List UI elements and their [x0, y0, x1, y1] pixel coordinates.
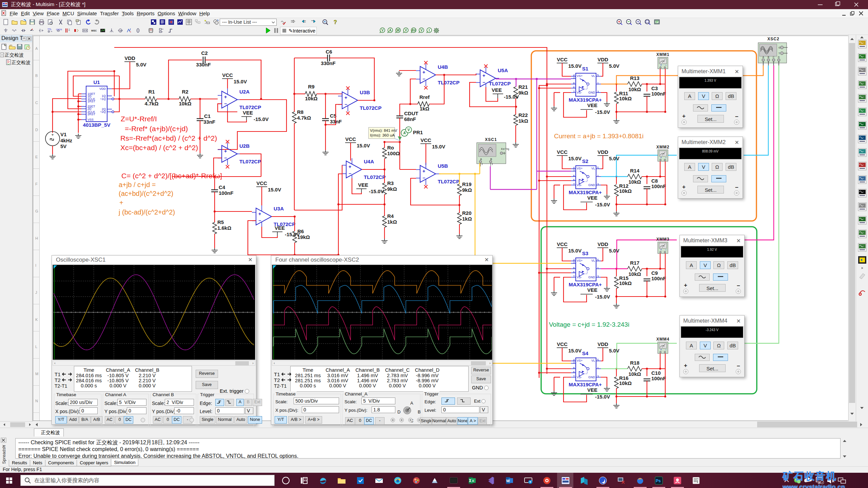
svg-text:W: W	[506, 479, 510, 483]
svg-text:VCC: VCC	[557, 241, 568, 247]
svg-text:4.7kΩ: 4.7kΩ	[144, 101, 158, 106]
svg-text:+: +	[660, 156, 662, 159]
svg-text:VEE: VEE	[275, 225, 285, 231]
svg-text:VCC: VCC	[557, 341, 568, 347]
svg-text:?: ?	[334, 19, 337, 25]
svg-text:VDD: VDD	[597, 57, 608, 62]
svg-text:100nF: 100nF	[651, 375, 666, 381]
svg-text:3: 3	[597, 375, 599, 378]
svg-text:3: 3	[597, 90, 599, 94]
svg-text:+: +	[224, 148, 227, 154]
svg-text:GND: GND	[588, 183, 595, 187]
svg-text:X: X	[472, 479, 474, 483]
svg-text:VL: VL	[591, 359, 595, 362]
svg-text:−: −	[665, 63, 667, 67]
svg-text:R9: R9	[308, 84, 314, 89]
svg-text:VEE: VEE	[492, 87, 502, 93]
svg-text:U4B: U4B	[438, 64, 448, 70]
svg-text:D: D	[778, 56, 780, 58]
svg-text:VEE: VEE	[587, 195, 597, 201]
svg-text:10kΩ: 10kΩ	[628, 179, 641, 185]
svg-text:9kΩ: 9kΩ	[387, 186, 397, 192]
svg-text:−: −	[422, 76, 425, 82]
svg-text:5.0V: 5.0V	[609, 348, 619, 353]
svg-text:I(rms): 360 uA: I(rms): 360 uA	[370, 133, 395, 137]
svg-text:10kΩ: 10kΩ	[619, 380, 632, 386]
svg-text:7: 7	[573, 375, 575, 378]
svg-text:S1: S1	[582, 66, 588, 72]
svg-text:-15.0V: -15.0V	[595, 294, 610, 300]
svg-text:7: 7	[573, 275, 575, 278]
svg-text:V: V	[408, 128, 410, 132]
svg-text:U3B: U3B	[360, 89, 370, 95]
svg-text:U5A: U5A	[498, 67, 508, 73]
svg-text:C9: C9	[651, 270, 658, 276]
svg-text:1: 1	[597, 366, 599, 370]
svg-text:R2: R2	[182, 89, 188, 95]
svg-text:M: M	[120, 29, 122, 32]
svg-text:10kΩ: 10kΩ	[305, 96, 317, 101]
svg-text:W: W	[396, 28, 400, 32]
svg-text:R20: R20	[462, 210, 472, 216]
svg-text:A: A	[480, 158, 482, 161]
svg-text:6: 6	[573, 86, 575, 89]
svg-text:330nF: 330nF	[196, 62, 211, 67]
svg-text:G: G	[778, 46, 780, 49]
svg-text:VDD: VDD	[99, 87, 106, 90]
svg-text:100nF: 100nF	[651, 91, 666, 97]
svg-text:+: +	[422, 168, 425, 174]
svg-text:2: 2	[573, 261, 575, 264]
svg-text:~1Q: ~1Q	[100, 97, 106, 101]
svg-text:4.7kΩ: 4.7kΩ	[297, 115, 311, 121]
svg-text:-15.0V: -15.0V	[595, 394, 610, 400]
svg-text:C6: C6	[326, 49, 332, 55]
svg-text:+: +	[482, 73, 485, 78]
svg-text:9kΩ: 9kΩ	[518, 90, 528, 96]
svg-text:VS+: VS+	[577, 167, 583, 170]
svg-text:VCC: VCC	[420, 137, 431, 143]
svg-text:XSC1: XSC1	[485, 137, 497, 142]
svg-text:R21: R21	[518, 84, 528, 90]
svg-text:Ro: Ro	[387, 145, 394, 150]
svg-text:68nF: 68nF	[404, 116, 416, 122]
svg-text:R17: R17	[630, 260, 639, 266]
svg-text:U5B: U5B	[438, 163, 448, 169]
svg-text:15.0V: 15.0V	[568, 348, 581, 353]
svg-text:1: 1	[597, 174, 599, 178]
svg-text:-15.0V: -15.0V	[595, 202, 610, 207]
svg-text:1: 1	[597, 266, 599, 270]
svg-text:Z=U*-Rref/I: Z=U*-Rref/I	[121, 115, 157, 123]
svg-text:VCC: VCC	[256, 180, 267, 186]
svg-text:VL: VL	[591, 74, 595, 78]
svg-text:(ac+bd)/(c^2+d^2): (ac+bd)/(c^2+d^2)	[119, 190, 173, 197]
svg-text:VS+: VS+	[577, 74, 583, 78]
svg-text:R13: R13	[630, 75, 639, 81]
svg-text:GND: GND	[588, 276, 595, 279]
svg-text:15.0V: 15.0V	[568, 63, 581, 69]
svg-text:V1: V1	[60, 131, 66, 137]
svg-text:TL072CP: TL072CP	[360, 105, 381, 111]
svg-text:C= (c^2 + d^2)/[(bc+ad)*-Rrefω: C= (c^2 + d^2)/[(bc+ad)*-Rrefω]	[121, 172, 222, 180]
svg-text:+: +	[224, 94, 227, 100]
svg-text:6: 6	[573, 270, 575, 274]
svg-text:S4: S4	[582, 350, 589, 356]
svg-text:1kΩ: 1kΩ	[387, 219, 397, 225]
svg-text:9kΩ: 9kΩ	[462, 187, 472, 193]
svg-text:VL: VL	[591, 167, 595, 170]
svg-text:15.0V: 15.0V	[432, 144, 445, 149]
svg-text:5.0V: 5.0V	[609, 63, 619, 69]
svg-text:6: 6	[573, 178, 575, 182]
svg-text:10kΩ: 10kΩ	[628, 371, 641, 377]
svg-text:15.0V: 15.0V	[568, 248, 581, 253]
svg-text:−: −	[224, 101, 227, 106]
svg-text:1kΩ: 1kΩ	[518, 118, 528, 124]
svg-text:MAX319CPA+: MAX319CPA+	[569, 382, 602, 387]
svg-text:TL072CP: TL072CP	[438, 179, 459, 184]
svg-text:a+jb / c+jd =: a+jb / c+jd =	[119, 181, 156, 188]
svg-text:10kΩ: 10kΩ	[619, 280, 632, 286]
svg-text:R5: R5	[217, 219, 224, 225]
svg-text:C2: C2	[201, 50, 208, 56]
svg-text:Ps: Ps	[656, 479, 661, 483]
svg-text:5.0V: 5.0V	[136, 62, 146, 67]
svg-text:+: +	[660, 248, 662, 251]
